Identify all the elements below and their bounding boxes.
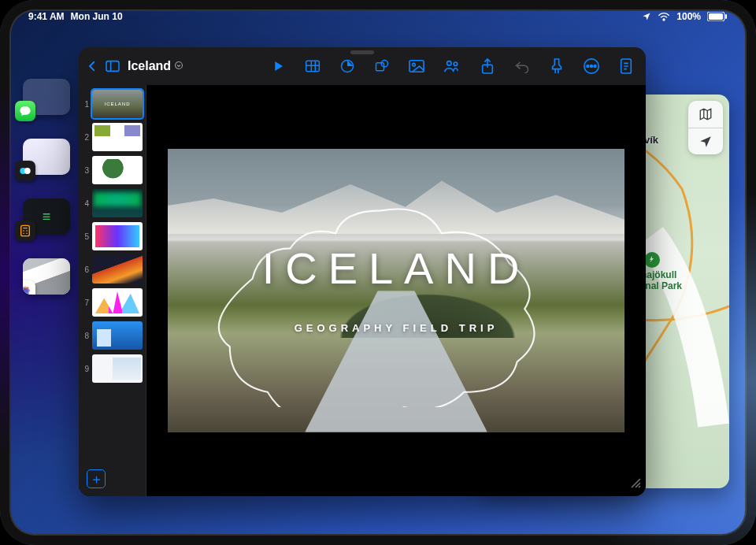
svg-point-5 (24, 168, 31, 174)
svg-point-16 (381, 61, 387, 67)
maps-mode-button[interactable] (688, 101, 723, 128)
window-grab-handle[interactable] (350, 50, 374, 54)
document-title[interactable]: Iceland (124, 59, 187, 73)
stage-manager-strip: ≡ (19, 79, 74, 295)
translate-icon (15, 161, 35, 181)
slide-thumb-6[interactable]: 6 (82, 255, 143, 284)
location-services-icon (642, 12, 651, 21)
chevron-down-icon (174, 59, 183, 73)
svg-point-18 (413, 63, 416, 66)
insert-chart-button[interactable] (339, 57, 356, 75)
slide-thumb-preview[interactable] (92, 222, 143, 250)
status-date: Mon Jun 10 (71, 11, 123, 22)
slide-thumb-number: 9 (82, 365, 89, 373)
slide-thumb-preview[interactable] (92, 288, 143, 317)
maps-locate-button[interactable] (688, 128, 723, 154)
slide-subtitle[interactable]: GEOGRAPHY FIELD TRIP (168, 322, 624, 334)
slide-thumb-number: 5 (82, 232, 89, 241)
undo-button[interactable] (513, 57, 531, 75)
play-button[interactable] (269, 57, 287, 75)
svg-point-19 (447, 61, 451, 65)
svg-rect-2 (709, 13, 723, 20)
battery-icon (707, 12, 728, 21)
more-button[interactable] (583, 57, 600, 75)
slide-title[interactable]: ICELAND (168, 243, 624, 294)
slide-thumb-number: 4 (82, 199, 89, 208)
svg-rect-13 (306, 61, 320, 71)
stage-app-photos[interactable] (23, 258, 70, 295)
insert-media-button[interactable] (408, 57, 425, 75)
document-title-text: Iceland (128, 59, 171, 73)
collaborate-button[interactable] (443, 57, 460, 75)
slide-thumb-preview[interactable] (92, 189, 143, 217)
slide-thumb-1[interactable]: 1 (82, 90, 143, 118)
ipad-device: 9:41 AM Mon Jun 10 100% (0, 0, 756, 545)
wifi-icon (658, 12, 670, 21)
slide-thumb-9[interactable]: 9 (82, 354, 143, 383)
keynote-window[interactable]: Iceland (79, 47, 646, 496)
stage-app-messages[interactable] (23, 79, 70, 115)
keynote-body: 123456789 ICELAND GEOGRAPHY FIELD TRIP (79, 85, 646, 496)
messages-icon (15, 101, 35, 121)
slide-thumb-preview[interactable] (92, 123, 143, 151)
slide-thumb-number: 1 (82, 100, 89, 109)
slide-thumb-preview[interactable] (92, 354, 143, 383)
battery-pct: 100% (676, 11, 701, 22)
slide-thumb-3[interactable]: 3 (82, 156, 143, 184)
stocks-thumb: ≡ (43, 209, 51, 225)
slide-canvas[interactable]: ICELAND GEOGRAPHY FIELD TRIP (168, 149, 624, 432)
insert-table-button[interactable] (304, 57, 321, 75)
slide-thumb-preview[interactable] (92, 156, 143, 184)
slide-thumb-4[interactable]: 4 (82, 189, 143, 217)
add-slide-button[interactable]: ＋ (87, 469, 106, 488)
document-options-button[interactable] (617, 57, 635, 75)
stage-app-stocks[interactable]: ≡ (23, 198, 70, 235)
slide-navigator[interactable]: 123456789 (79, 85, 146, 496)
slide-thumb-2[interactable]: 2 (82, 123, 143, 151)
svg-point-24 (591, 65, 593, 68)
slide-thumb-5[interactable]: 5 (82, 222, 143, 250)
status-bar: 9:41 AM Mon Jun 10 100% (0, 8, 756, 25)
slide-thumb-number: 8 (82, 332, 89, 340)
sidebar-toggle-button[interactable] (104, 57, 121, 75)
slide-thumb-number: 2 (82, 133, 89, 142)
slide-thumb-preview[interactable] (92, 90, 143, 118)
slide-thumb-number: 7 (82, 298, 89, 307)
back-button[interactable] (83, 57, 101, 75)
slide-canvas-area[interactable]: ICELAND GEOGRAPHY FIELD TRIP (146, 85, 646, 496)
insert-shape-button[interactable] (373, 57, 391, 75)
svg-rect-3 (725, 14, 727, 19)
slide-thumb-preview[interactable] (92, 255, 143, 284)
svg-point-0 (663, 19, 665, 20)
svg-rect-17 (410, 61, 424, 72)
maps-controls (688, 101, 723, 154)
svg-point-25 (594, 65, 596, 68)
slide-thumb-number: 3 (82, 166, 89, 175)
svg-rect-11 (106, 61, 119, 72)
stage-app-translate[interactable] (23, 139, 70, 175)
status-time: 9:41 AM (28, 11, 65, 22)
svg-point-20 (454, 62, 458, 66)
share-button[interactable] (479, 57, 496, 75)
photos-icon (23, 280, 35, 295)
svg-rect-6 (21, 225, 30, 235)
svg-point-23 (587, 65, 589, 68)
slide-thumb-8[interactable]: 8 (82, 321, 143, 350)
slide-bg-clouds (168, 163, 624, 234)
svg-point-12 (176, 62, 183, 69)
format-brush-button[interactable] (548, 57, 565, 75)
slide-thumb-number: 6 (82, 265, 89, 274)
slide-thumb-preview[interactable] (92, 321, 143, 350)
toolbar-tools (193, 57, 638, 75)
slide-thumb-7[interactable]: 7 (82, 288, 143, 317)
calculator-icon (15, 221, 35, 241)
park-pin-icon (644, 252, 660, 268)
window-resize-handle[interactable] (628, 476, 641, 491)
